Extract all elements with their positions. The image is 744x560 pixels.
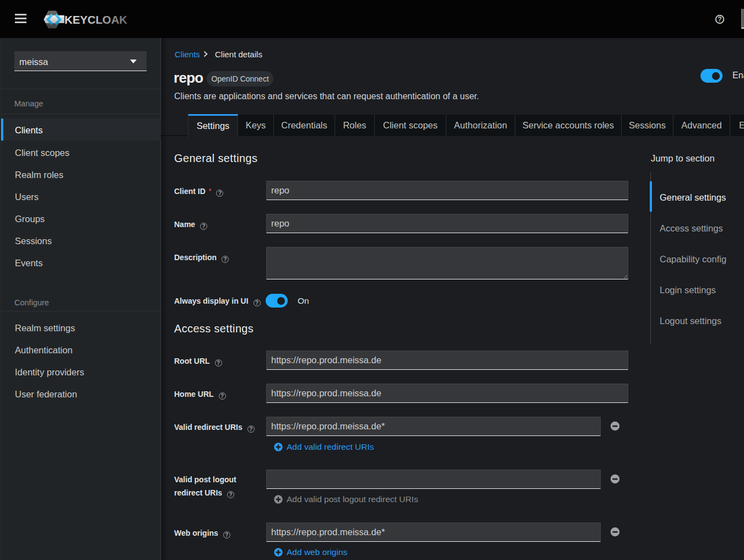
svg-text:KEYCLOAK: KEYCLOAK <box>64 14 127 26</box>
svg-text:?: ? <box>718 15 721 23</box>
